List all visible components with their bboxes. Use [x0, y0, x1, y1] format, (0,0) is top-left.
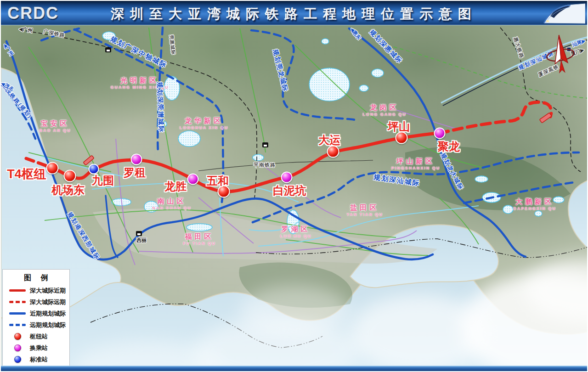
legend-swatch: [8, 344, 27, 351]
station-label: 白泥坑: [273, 183, 306, 198]
legend-swatch-shape: [9, 324, 26, 326]
station-marker-hub: [46, 162, 59, 175]
district-name: 龙岗区: [362, 103, 407, 112]
legend-label: 深大城际近期: [30, 287, 66, 295]
legend-row: 标准站: [3, 354, 69, 365]
legend-row: 深大城际近期: [3, 285, 69, 296]
district-label: 宝安区BAO AN QU: [39, 119, 71, 133]
station-label: 聚龙: [438, 139, 460, 154]
legend-label: 近期规划城际: [30, 310, 66, 318]
legend-label: 深大城际远期: [30, 298, 66, 306]
legend-row: 近期规划城际: [3, 308, 69, 319]
line-name-label: 平南铁路: [254, 162, 276, 169]
station-label: 龙胜: [164, 179, 187, 194]
district-name-latin: DAPENGXIN QU: [513, 206, 556, 211]
line-name-label: 规划港深西部城际: [66, 210, 102, 261]
title-bar: CRDC 深圳至大亚湾城际铁路工程地理位置示意图: [1, 1, 587, 25]
district-name: 宝安区: [39, 119, 71, 128]
district-name-latin: YAN TIAN QU: [346, 212, 383, 217]
district-label: 南山区NAN SHAN QU: [152, 197, 192, 210]
line-name-label: 规划龙大城际: [439, 152, 465, 192]
station-label: 大运: [318, 133, 340, 147]
station-marker-interchange: [281, 172, 293, 183]
station-label: 五和: [207, 174, 229, 188]
page-title: 深圳至大亚湾城际铁路工程地理位置示意图: [111, 5, 477, 23]
crdc-logo: CRDC: [7, 4, 59, 23]
district-name: 福田区: [183, 232, 216, 241]
district-label: 盐田区YAN TIAN QU: [346, 203, 383, 217]
line-name-label: 莞惠城际: [168, 34, 177, 55]
line-name-label: 规划深惠城际: [368, 28, 404, 66]
legend-swatch: [8, 301, 27, 303]
legend-row: 远期规划城际: [3, 319, 69, 331]
legend-swatch: [8, 312, 27, 315]
legend-swatch: [8, 289, 27, 292]
district-label: 坪山新区PINGSHANXIN QU: [391, 157, 441, 170]
line-name-label: 规划深汕城际: [373, 173, 421, 188]
legend-swatch: [8, 356, 27, 363]
legend-swatch: [8, 324, 27, 326]
bottom-bar: [1, 366, 587, 371]
legend-swatch-shape: [9, 312, 26, 315]
legend: 图 例 深大城际近期深大城际远期近期规划城际远期规划城际枢纽站换乘站标准站: [2, 269, 70, 366]
north-compass-icon: [546, 34, 575, 78]
district-name-latin: NAN SHAN QU: [152, 206, 192, 210]
station-label: 罗租: [124, 165, 146, 180]
line-name-label: 惠大铁路: [512, 36, 525, 59]
district-label: 龙岗区LONG GANG QU: [362, 103, 407, 117]
legend-swatch-shape: [14, 333, 21, 340]
station-marker-interchange: [131, 154, 142, 165]
legend-label: 远期规划城际: [30, 321, 66, 329]
legend-swatch-shape: [9, 301, 26, 303]
direction-label: ◀广州: [1, 42, 15, 57]
district-name-latin: LONG GANG QU: [362, 112, 407, 117]
legend-row: 换乘站: [3, 342, 69, 354]
station-label: 机场东: [51, 183, 85, 197]
city-label: 西丽: [136, 237, 147, 244]
line-name-label: 规划广深中轴城际: [109, 35, 169, 70]
district-name: 坪山新区: [391, 157, 441, 166]
legend-label: 换乘站: [30, 344, 48, 352]
legend-label: 标准站: [30, 355, 48, 364]
district-name: 大鹏新区: [513, 197, 556, 206]
district-label: 龙华新区LONGHUA XIN QU: [180, 117, 229, 130]
district-name-latin: LONGHUA XIN QU: [180, 125, 229, 130]
district-label: 罗湖区LUO HU QU: [280, 225, 312, 238]
district-name-latin: BAO AN QU: [39, 128, 71, 133]
district-name: 龙华新区: [180, 117, 229, 125]
district-name: 盐田区: [346, 203, 383, 212]
district-label: 大鹏新区DAPENGXIN QU: [513, 197, 556, 211]
legend-swatch-shape: [14, 356, 21, 363]
legend-row: 枢纽站: [3, 331, 69, 342]
line-name-label: 广深铁路: [43, 28, 66, 39]
legend-label: 枢纽站: [30, 333, 48, 341]
district-name-latin: LUO HU QU: [280, 234, 312, 238]
line-name-label: 规划深莞增城际: [155, 82, 165, 134]
district-name-latin: FU TIAN QU: [183, 241, 216, 246]
legend-rows: 深大城际近期深大城际远期近期规划城际远期规划城际枢纽站换乘站标准站: [3, 285, 69, 365]
station-label: 坪山: [388, 119, 410, 134]
direction-label: ◀惠东: [349, 26, 363, 41]
legend-title: 图 例: [6, 273, 69, 283]
district-name: 南山区: [152, 197, 192, 206]
station-marker-hub: [64, 170, 76, 182]
legend-swatch: [8, 333, 27, 340]
legend-swatch-shape: [14, 344, 21, 351]
legend-row: 深大城际远期: [3, 296, 69, 308]
station-marker-interchange: [187, 174, 199, 185]
legend-swatch-shape: [9, 289, 26, 292]
direction-label: ◀广州: [18, 25, 33, 34]
district-name: 罗湖区: [280, 225, 312, 234]
train-icon: [543, 2, 585, 24]
map-labels-layer: T4枢纽机场东九围罗租龙胜五和白泥坑大运坪山聚龙宝安区BAO AN QU光明新区…: [1, 1, 587, 371]
line-name-label: 规划莞龙城际: [271, 48, 290, 93]
district-label: 福田区FU TIAN QU: [183, 232, 216, 246]
district-name-latin: PINGSHANXIN QU: [391, 166, 441, 170]
station-label: T4枢纽: [7, 166, 46, 182]
station-label: 九围: [92, 173, 114, 188]
poster: T4枢纽机场东九围罗租龙胜五和白泥坑大运坪山聚龙宝安区BAO AN QU光明新区…: [0, 0, 588, 372]
station-marker-interchange: [434, 128, 446, 139]
